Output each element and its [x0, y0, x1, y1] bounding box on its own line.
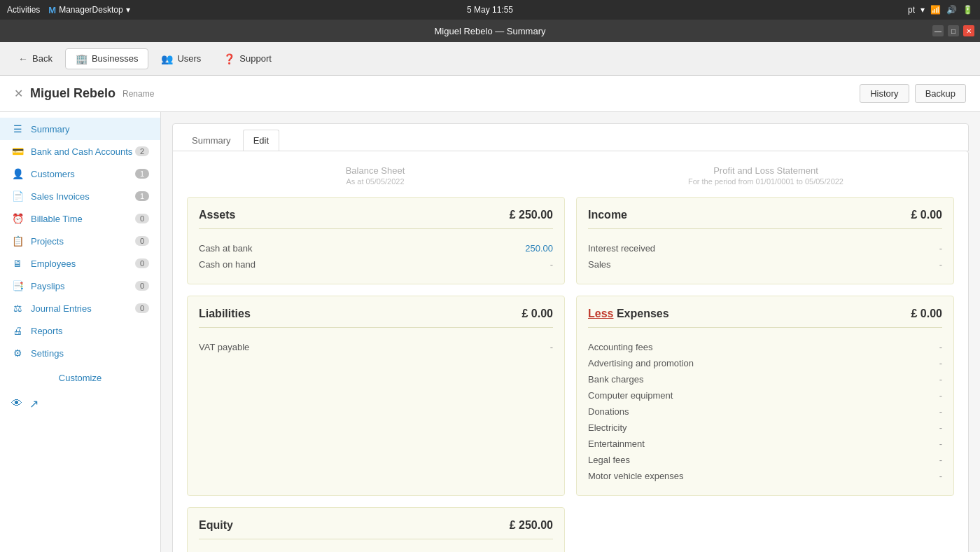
tab-summary[interactable]: Summary — [181, 130, 241, 151]
app-icon: M — [48, 5, 56, 15]
equity-title: Equity — [199, 519, 233, 532]
sidebar-item-billable-time[interactable]: ⏰ Billable Time 0 — [0, 207, 160, 230]
support-icon: ❓ — [223, 53, 235, 64]
table-row: Sales - — [588, 256, 942, 272]
income-amount: £ 0.00 — [911, 209, 942, 221]
back-button[interactable]: ← Back — [8, 49, 62, 69]
sidebar-label-sales-invoices: Sales Invoices — [31, 191, 90, 202]
advertising-value: - — [939, 358, 942, 368]
sidebar-item-settings[interactable]: ⚙ Settings — [0, 342, 160, 364]
billable-time-badge: 0 — [135, 214, 149, 223]
donations-value: - — [939, 406, 942, 417]
table-row: Interest received - — [588, 240, 942, 256]
equity-amount: £ 250.00 — [510, 519, 553, 532]
nav-bar: ← Back 🏢 Businesses 👥 Users ❓ Support — [0, 42, 980, 76]
bank-charges-value: - — [939, 374, 942, 385]
assets-amount: £ 250.00 — [510, 209, 553, 221]
cash-at-bank-value[interactable]: 250.00 — [525, 243, 553, 254]
activities-label[interactable]: Activities — [7, 5, 40, 15]
sidebar-label-summary: Summary — [31, 124, 70, 134]
motor-vehicle-value: - — [939, 471, 942, 481]
minimize-button[interactable]: — — [932, 25, 944, 36]
projects-icon: 📋 — [11, 235, 24, 247]
sidebar-item-sales-invoices[interactable]: 📄 Sales Invoices 1 — [0, 185, 160, 207]
maximize-button[interactable]: □ — [948, 25, 959, 36]
customers-icon: 👤 — [11, 168, 24, 179]
locale-indicator: pt — [908, 5, 915, 15]
sidebar-item-reports[interactable]: 🖨 Reports — [0, 319, 160, 342]
sidebar: ☰ Summary 💳 Bank and Cash Accounts 2 👤 C… — [0, 112, 161, 552]
income-card: Income £ 0.00 Interest received - Sales … — [576, 197, 954, 284]
page-content: Summary Edit Balance Sheet As at 05/05/2… — [161, 112, 980, 552]
title-bar: Miguel Rebelo — Summary — □ ✕ — [0, 20, 980, 42]
interest-received-value: - — [939, 243, 942, 254]
customize-link[interactable]: Customize — [0, 364, 160, 392]
tab-edit[interactable]: Edit — [243, 130, 279, 151]
businesses-button[interactable]: 🏢 Businesses — [65, 48, 148, 69]
bank-cash-badge: 2 — [135, 146, 149, 156]
cash-on-hand-label: Cash on hand — [199, 259, 255, 270]
table-row: VAT payable - — [199, 339, 553, 355]
sound-icon: 🔊 — [946, 5, 957, 15]
users-button[interactable]: 👥 Users — [151, 49, 211, 69]
sales-value: - — [939, 259, 942, 270]
profit-loss-title: Profit and Loss Statement — [578, 165, 954, 176]
support-button[interactable]: ❓ Support — [214, 49, 281, 69]
sidebar-item-customers[interactable]: 👤 Customers 1 — [0, 163, 160, 185]
main-area: ✕ Miguel Rebelo Rename History Backup ☰ … — [0, 76, 980, 552]
content-layout: ☰ Summary 💳 Bank and Cash Accounts 2 👤 C… — [0, 112, 980, 552]
sidebar-item-bank-cash[interactable]: 💳 Bank and Cash Accounts 2 — [0, 140, 160, 163]
table-row: Advertising and promotion - — [588, 355, 942, 371]
close-button[interactable]: ✕ — [963, 25, 974, 36]
eye-icon[interactable]: 👁 — [11, 397, 22, 410]
expenses-amount: £ 0.00 — [911, 308, 942, 320]
electricity-value: - — [939, 422, 942, 433]
entertainment-label: Entertainment — [588, 439, 645, 449]
sales-label: Sales — [588, 259, 611, 270]
profit-loss-header: Profit and Loss Statement For the period… — [578, 165, 954, 186]
dropdown-icon: ▾ — [126, 5, 130, 15]
wifi-icon: 📶 — [930, 5, 941, 15]
journal-entries-icon: ⚖ — [11, 303, 24, 314]
sidebar-item-summary[interactable]: ☰ Summary — [0, 118, 160, 140]
cash-on-hand-value: - — [550, 259, 553, 270]
rename-link[interactable]: Rename — [122, 89, 154, 99]
interest-received-label: Interest received — [588, 243, 655, 254]
header-actions: History Backup — [860, 84, 966, 103]
backup-button[interactable]: Backup — [915, 84, 966, 103]
cards-grid: Assets £ 250.00 Cash at bank 250.00 Cash… — [187, 197, 954, 496]
history-button[interactable]: History — [860, 84, 909, 103]
sidebar-label-customers: Customers — [31, 169, 75, 179]
sidebar-label-billable-time: Billable Time — [31, 214, 83, 224]
back-icon: ← — [18, 53, 28, 64]
journal-entries-badge: 0 — [135, 303, 149, 313]
users-icon: 👥 — [161, 53, 173, 64]
entertainment-value: - — [939, 439, 942, 449]
table-row: Legal fees - — [588, 452, 942, 468]
table-row: Cash at bank 250.00 — [199, 240, 553, 256]
expenses-title: Less Expenses — [588, 308, 669, 320]
settings-icon: ⚙ — [11, 347, 24, 359]
table-row: Entertainment - — [588, 436, 942, 452]
assets-title: Assets — [199, 209, 235, 221]
vat-payable-label: VAT payable — [199, 342, 249, 352]
table-row: Accounting fees - — [588, 339, 942, 355]
sidebar-item-journal-entries[interactable]: ⚖ Journal Entries 0 — [0, 297, 160, 319]
balance-sheet-subtitle: As at 05/05/2022 — [187, 177, 564, 186]
system-datetime: 5 May 11:55 — [467, 5, 513, 15]
donations-label: Donations — [588, 406, 629, 417]
app-name[interactable]: M ManagerDesktop ▾ — [48, 5, 130, 15]
sidebar-item-employees[interactable]: 🖥 Employees 0 — [0, 252, 160, 275]
close-business-button[interactable]: ✕ — [14, 87, 23, 100]
assets-card: Assets £ 250.00 Cash at bank 250.00 Cash… — [187, 197, 565, 284]
computer-equipment-value: - — [939, 390, 942, 401]
accounting-fees-value: - — [939, 342, 942, 352]
advertising-label: Advertising and promotion — [588, 358, 694, 368]
equity-spacer — [576, 507, 954, 552]
expand-icon[interactable]: ↗ — [29, 397, 38, 410]
income-title: Income — [588, 209, 627, 221]
sidebar-item-payslips[interactable]: 📑 Payslips 0 — [0, 275, 160, 297]
sales-invoices-icon: 📄 — [11, 191, 24, 202]
legal-fees-value: - — [939, 455, 942, 465]
sidebar-item-projects[interactable]: 📋 Projects 0 — [0, 230, 160, 252]
